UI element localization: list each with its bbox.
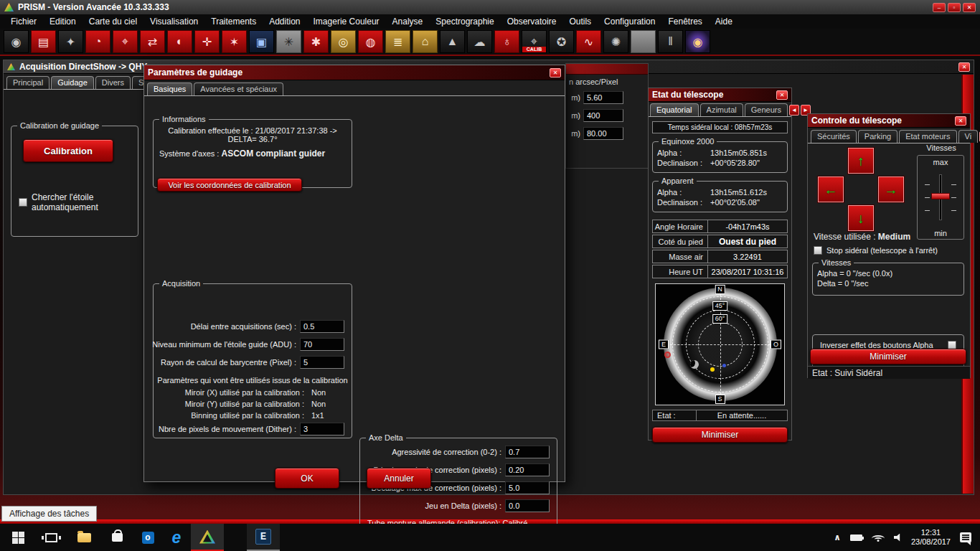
owl-icon[interactable]: ◉ [685, 30, 710, 53]
focuser-icon[interactable]: ◍ [358, 30, 383, 53]
arcsec-row-input[interactable] [583, 127, 623, 140]
outlook-button[interactable]: o [133, 524, 162, 551]
close-icon[interactable]: ✕ [958, 62, 970, 72]
tab-scroll-left-icon[interactable]: ◄ [789, 105, 799, 116]
menu-item-edition[interactable]: Edition [43, 15, 83, 28]
prism-logo-icon [7, 63, 15, 70]
menu-item-spectrographie[interactable]: Spectrographie [429, 15, 500, 28]
telescope-goto-icon[interactable]: ⌖ [113, 30, 138, 53]
menu-item-addition[interactable]: Addition [263, 15, 306, 28]
menu-item-carte-du-ciel[interactable]: Carte du ciel [83, 15, 143, 28]
camera-icon[interactable]: ◉ [4, 30, 29, 53]
taskbar-clock[interactable]: 12:31 23/08/2017 [911, 528, 951, 547]
state-minimize-button[interactable]: Minimiser [652, 427, 788, 443]
cancel-button[interactable]: Annuler [367, 468, 431, 489]
prism-taskbar-button[interactable] [191, 524, 224, 551]
blank-icon[interactable] [631, 30, 656, 53]
dome-icon[interactable]: ⌂ [413, 30, 438, 53]
menu-item-imagerie-couleur[interactable]: Imagerie Couleur [307, 15, 386, 28]
barycenter-radius-input[interactable] [300, 356, 344, 369]
menu-item-fichier[interactable]: Fichier [4, 15, 43, 28]
state-table: Angle Horaire -04h17m43s Coté du pied Ou… [649, 220, 791, 278]
action-center-icon[interactable] [960, 532, 971, 542]
task-view-button[interactable] [34, 524, 67, 551]
photometry-icon[interactable]: ◔ [85, 30, 110, 53]
stop-sidereal-checkbox[interactable] [814, 246, 822, 255]
speed-slider-handle[interactable] [931, 193, 950, 199]
menu-item-configuration[interactable]: Configuration [598, 15, 661, 28]
auto-star-checkbox[interactable] [19, 198, 27, 207]
close-icon[interactable]: ✕ [955, 116, 966, 126]
tab-divers[interactable]: Divers [95, 76, 131, 89]
tab-principal[interactable]: Principal [6, 76, 50, 89]
menu-item-outils[interactable]: Outils [562, 15, 598, 28]
slew-south-button[interactable]: ↓ [848, 205, 874, 231]
delta-min-offset-input[interactable] [505, 463, 550, 476]
histogram-icon[interactable]: ‖ [658, 30, 683, 53]
slew-north-button[interactable]: ↑ [848, 148, 874, 174]
tab-securites[interactable]: Sécurités [811, 130, 857, 143]
tab-avancees[interactable]: Avancées et spéciaux [194, 83, 283, 95]
file-explorer-button[interactable] [67, 524, 100, 551]
calibration-button[interactable]: Calibration [23, 139, 113, 162]
fan-aperture-icon[interactable]: ✳ [276, 30, 301, 53]
maximize-icon[interactable]: ▫ [948, 3, 961, 12]
rocket-icon[interactable]: ▲ [440, 30, 465, 53]
delta-backlash-input[interactable] [505, 499, 550, 512]
minimize-icon[interactable]: – [933, 3, 946, 12]
cloud-sensor-icon[interactable]: ☁ [467, 30, 492, 53]
tab-guidage[interactable]: Guidage [51, 76, 94, 89]
crosshair-icon[interactable]: ✛ [194, 30, 220, 53]
tray-expand-icon[interactable]: ∧ [834, 532, 841, 542]
control-minimize-button[interactable]: Minimiser [810, 349, 966, 364]
starmap-icon[interactable]: ✦ [58, 30, 83, 53]
view-calibration-coords-button[interactable]: Voir les coordonnées de calibration [157, 178, 302, 192]
battery-icon[interactable] [850, 534, 862, 541]
sync-axes-icon[interactable]: ⇄ [140, 30, 165, 53]
menu-item-aide[interactable]: Aide [709, 15, 739, 28]
tab-basiques[interactable]: Basiques [147, 83, 192, 95]
tab-equatorial[interactable]: Equatorial [650, 103, 699, 116]
tab-etat-moteurs[interactable]: Etat moteurs [899, 130, 956, 143]
menu-item-visualisation[interactable]: Visualisation [143, 15, 204, 28]
slew-east-button[interactable]: ← [818, 176, 844, 202]
close-icon[interactable]: ✕ [963, 3, 976, 12]
edge-button[interactable]: e [162, 524, 191, 551]
delta-max-offset-input[interactable] [505, 481, 550, 494]
start-button[interactable] [1, 524, 34, 551]
store-button[interactable] [100, 524, 133, 551]
motor-coil-icon[interactable]: ≣ [385, 30, 410, 53]
calibration-icon[interactable]: ⌖CALIB [522, 30, 547, 53]
menu-item-fen-tres[interactable]: Fenêtres [661, 15, 708, 28]
menu-item-analyse[interactable]: Analyse [386, 15, 430, 28]
ok-button[interactable]: OK [275, 468, 339, 489]
menu-item-observatoire[interactable]: Observatoire [501, 15, 563, 28]
spray-icon[interactable]: ✺ [603, 30, 628, 53]
screen-capture-icon[interactable]: ▣ [249, 30, 274, 53]
wrench-icon[interactable]: ✶ [222, 30, 247, 53]
arcsec-row-input[interactable] [583, 91, 623, 104]
wifi-icon[interactable] [872, 533, 885, 542]
close-icon[interactable]: ✕ [550, 68, 561, 77]
arcsec-row-input[interactable] [583, 109, 623, 122]
tab-azimutal[interactable]: Azimutal [700, 103, 743, 116]
min-level-input[interactable] [300, 338, 344, 351]
tab-geneurs[interactable]: Geneurs [745, 103, 788, 116]
save-icon[interactable]: ▤ [31, 30, 56, 53]
app-e-taskbar-button[interactable]: E [247, 524, 280, 551]
tab-parking[interactable]: Parking [858, 130, 897, 143]
graph-icon[interactable]: ∿ [576, 30, 601, 53]
planet-icon[interactable]: ♁ [494, 30, 519, 53]
close-icon[interactable]: ✕ [776, 90, 788, 100]
filter-wheel-icon[interactable]: ◎ [331, 30, 356, 53]
gear-icon[interactable]: ✱ [303, 30, 329, 53]
hand-controller-icon[interactable]: ✪ [549, 30, 574, 53]
menu-item-traitements[interactable]: Traitements [204, 15, 263, 28]
tab-vitesses[interactable]: Vi [958, 130, 979, 143]
slew-west-button[interactable]: → [878, 176, 904, 202]
dither-input[interactable] [300, 423, 344, 435]
speaker-icon[interactable] [894, 534, 902, 542]
delay-input[interactable] [300, 320, 344, 333]
moon-icon[interactable]: ◐ [167, 30, 192, 53]
delta-aggressivity-input[interactable] [505, 446, 550, 458]
